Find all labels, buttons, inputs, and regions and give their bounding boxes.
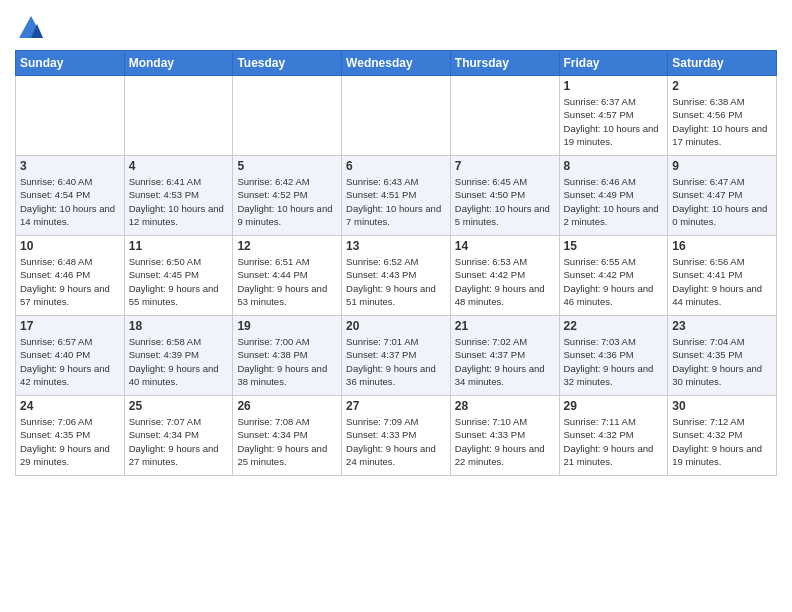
day-info: Sunrise: 6:40 AM Sunset: 4:54 PM Dayligh… <box>20 175 120 228</box>
day-cell: 18Sunrise: 6:58 AM Sunset: 4:39 PM Dayli… <box>124 316 233 396</box>
day-info: Sunrise: 7:02 AM Sunset: 4:37 PM Dayligh… <box>455 335 555 388</box>
header-day-wednesday: Wednesday <box>342 51 451 76</box>
day-info: Sunrise: 7:10 AM Sunset: 4:33 PM Dayligh… <box>455 415 555 468</box>
day-number: 16 <box>672 239 772 253</box>
calendar: SundayMondayTuesdayWednesdayThursdayFrid… <box>15 50 777 476</box>
day-cell: 8Sunrise: 6:46 AM Sunset: 4:49 PM Daylig… <box>559 156 668 236</box>
day-cell: 26Sunrise: 7:08 AM Sunset: 4:34 PM Dayli… <box>233 396 342 476</box>
day-cell: 22Sunrise: 7:03 AM Sunset: 4:36 PM Dayli… <box>559 316 668 396</box>
week-row-1: 3Sunrise: 6:40 AM Sunset: 4:54 PM Daylig… <box>16 156 777 236</box>
day-number: 14 <box>455 239 555 253</box>
day-info: Sunrise: 7:00 AM Sunset: 4:38 PM Dayligh… <box>237 335 337 388</box>
day-info: Sunrise: 7:01 AM Sunset: 4:37 PM Dayligh… <box>346 335 446 388</box>
week-row-0: 1Sunrise: 6:37 AM Sunset: 4:57 PM Daylig… <box>16 76 777 156</box>
day-cell: 3Sunrise: 6:40 AM Sunset: 4:54 PM Daylig… <box>16 156 125 236</box>
day-cell: 5Sunrise: 6:42 AM Sunset: 4:52 PM Daylig… <box>233 156 342 236</box>
day-info: Sunrise: 6:41 AM Sunset: 4:53 PM Dayligh… <box>129 175 229 228</box>
day-cell: 13Sunrise: 6:52 AM Sunset: 4:43 PM Dayli… <box>342 236 451 316</box>
header-day-friday: Friday <box>559 51 668 76</box>
day-cell: 24Sunrise: 7:06 AM Sunset: 4:35 PM Dayli… <box>16 396 125 476</box>
day-info: Sunrise: 6:53 AM Sunset: 4:42 PM Dayligh… <box>455 255 555 308</box>
day-cell: 6Sunrise: 6:43 AM Sunset: 4:51 PM Daylig… <box>342 156 451 236</box>
day-info: Sunrise: 6:57 AM Sunset: 4:40 PM Dayligh… <box>20 335 120 388</box>
day-info: Sunrise: 6:38 AM Sunset: 4:56 PM Dayligh… <box>672 95 772 148</box>
header-day-sunday: Sunday <box>16 51 125 76</box>
day-number: 27 <box>346 399 446 413</box>
day-info: Sunrise: 6:56 AM Sunset: 4:41 PM Dayligh… <box>672 255 772 308</box>
page: SundayMondayTuesdayWednesdayThursdayFrid… <box>0 0 792 612</box>
day-number: 11 <box>129 239 229 253</box>
day-cell: 28Sunrise: 7:10 AM Sunset: 4:33 PM Dayli… <box>450 396 559 476</box>
day-cell: 4Sunrise: 6:41 AM Sunset: 4:53 PM Daylig… <box>124 156 233 236</box>
header-day-tuesday: Tuesday <box>233 51 342 76</box>
day-info: Sunrise: 6:48 AM Sunset: 4:46 PM Dayligh… <box>20 255 120 308</box>
day-info: Sunrise: 6:42 AM Sunset: 4:52 PM Dayligh… <box>237 175 337 228</box>
header <box>15 10 777 42</box>
day-number: 12 <box>237 239 337 253</box>
day-cell <box>233 76 342 156</box>
day-cell: 10Sunrise: 6:48 AM Sunset: 4:46 PM Dayli… <box>16 236 125 316</box>
logo-icon <box>17 14 45 42</box>
day-cell: 21Sunrise: 7:02 AM Sunset: 4:37 PM Dayli… <box>450 316 559 396</box>
day-cell: 19Sunrise: 7:00 AM Sunset: 4:38 PM Dayli… <box>233 316 342 396</box>
day-info: Sunrise: 6:55 AM Sunset: 4:42 PM Dayligh… <box>564 255 664 308</box>
day-info: Sunrise: 7:06 AM Sunset: 4:35 PM Dayligh… <box>20 415 120 468</box>
day-info: Sunrise: 6:43 AM Sunset: 4:51 PM Dayligh… <box>346 175 446 228</box>
day-number: 3 <box>20 159 120 173</box>
day-cell <box>342 76 451 156</box>
day-info: Sunrise: 6:52 AM Sunset: 4:43 PM Dayligh… <box>346 255 446 308</box>
day-number: 10 <box>20 239 120 253</box>
day-info: Sunrise: 6:37 AM Sunset: 4:57 PM Dayligh… <box>564 95 664 148</box>
day-number: 13 <box>346 239 446 253</box>
day-info: Sunrise: 6:50 AM Sunset: 4:45 PM Dayligh… <box>129 255 229 308</box>
day-cell: 20Sunrise: 7:01 AM Sunset: 4:37 PM Dayli… <box>342 316 451 396</box>
day-info: Sunrise: 7:09 AM Sunset: 4:33 PM Dayligh… <box>346 415 446 468</box>
day-cell: 30Sunrise: 7:12 AM Sunset: 4:32 PM Dayli… <box>668 396 777 476</box>
day-number: 20 <box>346 319 446 333</box>
day-number: 7 <box>455 159 555 173</box>
day-info: Sunrise: 6:45 AM Sunset: 4:50 PM Dayligh… <box>455 175 555 228</box>
day-cell: 23Sunrise: 7:04 AM Sunset: 4:35 PM Dayli… <box>668 316 777 396</box>
day-number: 2 <box>672 79 772 93</box>
header-day-saturday: Saturday <box>668 51 777 76</box>
day-number: 18 <box>129 319 229 333</box>
day-info: Sunrise: 7:11 AM Sunset: 4:32 PM Dayligh… <box>564 415 664 468</box>
day-cell: 29Sunrise: 7:11 AM Sunset: 4:32 PM Dayli… <box>559 396 668 476</box>
day-cell: 25Sunrise: 7:07 AM Sunset: 4:34 PM Dayli… <box>124 396 233 476</box>
week-row-3: 17Sunrise: 6:57 AM Sunset: 4:40 PM Dayli… <box>16 316 777 396</box>
day-number: 9 <box>672 159 772 173</box>
day-number: 21 <box>455 319 555 333</box>
day-number: 1 <box>564 79 664 93</box>
day-cell: 16Sunrise: 6:56 AM Sunset: 4:41 PM Dayli… <box>668 236 777 316</box>
day-cell: 12Sunrise: 6:51 AM Sunset: 4:44 PM Dayli… <box>233 236 342 316</box>
day-info: Sunrise: 7:12 AM Sunset: 4:32 PM Dayligh… <box>672 415 772 468</box>
day-info: Sunrise: 6:58 AM Sunset: 4:39 PM Dayligh… <box>129 335 229 388</box>
day-info: Sunrise: 6:51 AM Sunset: 4:44 PM Dayligh… <box>237 255 337 308</box>
day-info: Sunrise: 7:07 AM Sunset: 4:34 PM Dayligh… <box>129 415 229 468</box>
day-number: 8 <box>564 159 664 173</box>
day-cell: 9Sunrise: 6:47 AM Sunset: 4:47 PM Daylig… <box>668 156 777 236</box>
day-info: Sunrise: 7:08 AM Sunset: 4:34 PM Dayligh… <box>237 415 337 468</box>
day-number: 28 <box>455 399 555 413</box>
day-number: 15 <box>564 239 664 253</box>
day-number: 4 <box>129 159 229 173</box>
day-cell: 1Sunrise: 6:37 AM Sunset: 4:57 PM Daylig… <box>559 76 668 156</box>
day-number: 29 <box>564 399 664 413</box>
day-number: 22 <box>564 319 664 333</box>
day-cell: 27Sunrise: 7:09 AM Sunset: 4:33 PM Dayli… <box>342 396 451 476</box>
day-cell: 7Sunrise: 6:45 AM Sunset: 4:50 PM Daylig… <box>450 156 559 236</box>
week-row-2: 10Sunrise: 6:48 AM Sunset: 4:46 PM Dayli… <box>16 236 777 316</box>
day-number: 23 <box>672 319 772 333</box>
day-info: Sunrise: 7:04 AM Sunset: 4:35 PM Dayligh… <box>672 335 772 388</box>
day-info: Sunrise: 6:47 AM Sunset: 4:47 PM Dayligh… <box>672 175 772 228</box>
day-cell <box>450 76 559 156</box>
day-cell <box>124 76 233 156</box>
day-number: 26 <box>237 399 337 413</box>
day-number: 25 <box>129 399 229 413</box>
day-number: 19 <box>237 319 337 333</box>
day-info: Sunrise: 6:46 AM Sunset: 4:49 PM Dayligh… <box>564 175 664 228</box>
day-info: Sunrise: 7:03 AM Sunset: 4:36 PM Dayligh… <box>564 335 664 388</box>
day-number: 24 <box>20 399 120 413</box>
day-cell: 11Sunrise: 6:50 AM Sunset: 4:45 PM Dayli… <box>124 236 233 316</box>
calendar-header-row: SundayMondayTuesdayWednesdayThursdayFrid… <box>16 51 777 76</box>
